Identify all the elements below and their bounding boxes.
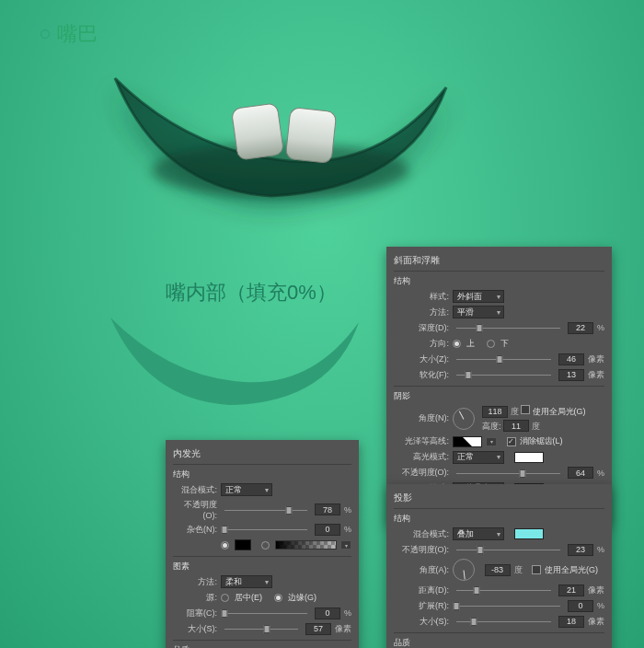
glow-gradient-dropdown[interactable] (340, 540, 351, 550)
direction-label: 方向: (394, 338, 449, 350)
gloss-contour-dropdown[interactable] (486, 437, 497, 446)
bullet-icon (40, 29, 50, 39)
choke-label: 阻塞(C): (173, 608, 217, 619)
opacity-label: 不透明度(O): (173, 499, 217, 520)
depth-slider[interactable] (456, 324, 560, 331)
highlight-opacity-slider[interactable] (456, 469, 560, 477)
distance-value[interactable]: 21 (558, 584, 584, 596)
angle-value[interactable]: -83 (485, 564, 511, 576)
highlight-mode-select[interactable]: 正常 (453, 451, 504, 464)
shadow-color-swatch[interactable] (514, 528, 544, 539)
altitude-value[interactable]: 11 (503, 420, 529, 432)
opacity-slider[interactable] (456, 546, 560, 553)
global-light-checkbox[interactable] (521, 405, 530, 414)
group-shading-label: 阴影 (394, 390, 604, 402)
opacity-label: 不透明度(O): (394, 544, 449, 556)
opacity-value[interactable]: 23 (568, 544, 593, 556)
dir-down-radio[interactable] (487, 340, 495, 348)
soften-value[interactable]: 13 (558, 369, 584, 381)
glow-color-radio[interactable] (221, 541, 229, 550)
group-quality-label: 品质 (173, 644, 351, 648)
gloss-contour-picker[interactable] (453, 436, 482, 447)
svg-rect-1 (231, 103, 283, 160)
panel-drop-shadow: 投影 结构 混合模式:叠加 不透明度(O):23% 角度(A): -83度 使用… (386, 484, 612, 648)
blend-mode-label: 混合模式: (394, 528, 449, 540)
source-center-radio[interactable] (221, 594, 229, 602)
mouth-flat-shape (106, 295, 363, 414)
angle-label: 角度(A): (394, 564, 449, 576)
mouth-rendered (106, 51, 455, 212)
antialias-checkbox[interactable] (507, 437, 516, 446)
panel-header: 斜面和浮雕 (394, 254, 604, 267)
noise-label: 杂色(N): (173, 524, 217, 536)
size-value[interactable]: 57 (305, 623, 331, 635)
blend-mode-label: 混合模式: (173, 484, 217, 496)
highlight-mode-label: 高光模式: (394, 451, 449, 463)
size-slider[interactable] (456, 618, 551, 625)
choke-slider[interactable] (224, 609, 307, 617)
angle-label: 角度(N): (394, 412, 449, 424)
technique-label: 方法: (394, 307, 449, 318)
technique-select[interactable]: 柔和 (221, 575, 272, 588)
group-structure-label: 结构 (394, 513, 604, 525)
page-title: 嘴巴 (40, 20, 98, 48)
choke-value[interactable]: 0 (315, 608, 340, 619)
panel-header: 内发光 (173, 447, 351, 460)
depth-value[interactable]: 22 (568, 322, 593, 334)
glow-gradient-radio[interactable] (261, 541, 270, 550)
size-label: 大小(Z): (394, 353, 449, 365)
depth-label: 深度(D): (394, 322, 449, 334)
angle-dial[interactable] (453, 408, 475, 430)
group-elements-label: 图素 (173, 561, 351, 573)
svg-rect-2 (285, 108, 337, 164)
blend-mode-select[interactable]: 正常 (221, 483, 272, 496)
panel-bevel-emboss: 斜面和浮雕 结构 样式:外斜面 方法:平滑 深度(D):22% 方向:上 下 大… (386, 247, 612, 525)
angle-dial[interactable] (453, 559, 475, 581)
panel-header: 投影 (394, 492, 604, 504)
soften-label: 软化(F): (394, 369, 449, 381)
source-label: 源: (173, 592, 217, 604)
noise-slider[interactable] (224, 526, 307, 533)
panel-inner-glow: 内发光 结构 混合模式:正常 不透明度(O):78% 杂色(N):0% 图素 方… (166, 440, 359, 648)
blend-mode-select[interactable]: 叠加 (453, 527, 504, 540)
style-label: 样式: (394, 291, 449, 303)
highlight-opacity-label: 不透明度(O): (394, 467, 449, 479)
glow-gradient-bar[interactable] (275, 540, 337, 550)
distance-slider[interactable] (456, 586, 551, 594)
group-quality-label: 品质 (394, 637, 604, 648)
size-label: 大小(S): (394, 616, 449, 628)
spread-slider[interactable] (456, 602, 560, 609)
highlight-color-swatch[interactable] (514, 452, 544, 463)
opacity-value[interactable]: 78 (315, 503, 340, 515)
group-structure-label: 结构 (173, 469, 351, 480)
gloss-contour-label: 光泽等高线: (394, 435, 449, 447)
dir-up-radio[interactable] (453, 340, 461, 348)
source-edge-radio[interactable] (274, 594, 282, 602)
distance-label: 距离(D): (394, 584, 449, 596)
group-structure-label: 结构 (394, 275, 604, 287)
style-select[interactable]: 外斜面 (453, 290, 504, 303)
glow-color-swatch[interactable] (235, 539, 251, 550)
technique-select[interactable]: 平滑 (453, 306, 504, 318)
opacity-slider[interactable] (224, 506, 307, 514)
angle-value[interactable]: 118 (482, 406, 508, 418)
technique-label: 方法: (173, 576, 217, 588)
soften-slider[interactable] (456, 371, 551, 378)
title-text: 嘴巴 (57, 20, 98, 48)
highlight-opacity-value[interactable]: 64 (568, 467, 593, 479)
size-label: 大小(S): (173, 623, 217, 635)
size-slider[interactable] (456, 355, 551, 363)
size-slider[interactable] (224, 625, 298, 632)
spread-value[interactable]: 0 (568, 600, 593, 612)
noise-value[interactable]: 0 (315, 524, 340, 536)
size-value[interactable]: 46 (558, 353, 584, 365)
global-light-checkbox[interactable] (532, 565, 541, 574)
size-value[interactable]: 18 (558, 616, 584, 628)
spread-label: 扩展(R): (394, 600, 449, 612)
